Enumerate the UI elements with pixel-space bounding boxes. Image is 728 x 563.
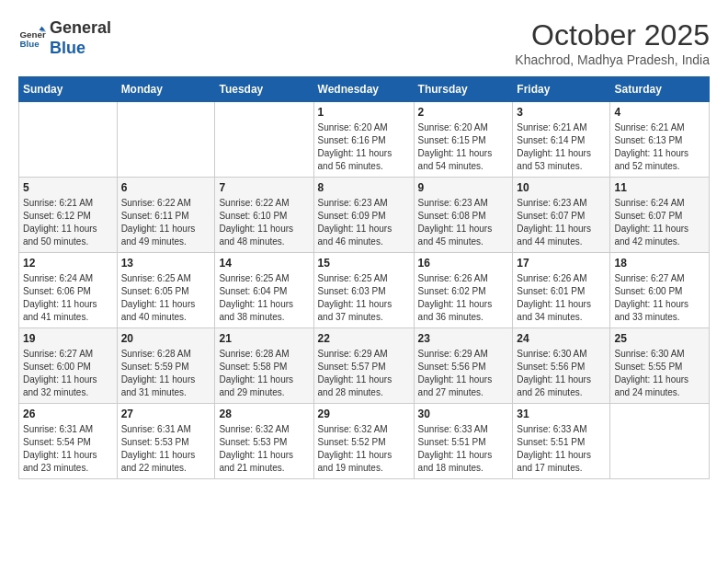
calendar-cell: 14Sunrise: 6:25 AM Sunset: 6:04 PM Dayli… xyxy=(215,253,313,328)
calendar-cell: 29Sunrise: 6:32 AM Sunset: 5:52 PM Dayli… xyxy=(313,404,414,479)
day-number: 29 xyxy=(318,408,410,420)
day-info: Sunrise: 6:22 AM Sunset: 6:11 PM Dayligh… xyxy=(121,197,211,248)
day-number: 17 xyxy=(517,257,606,270)
weekday-header: Friday xyxy=(513,77,610,102)
day-info: Sunrise: 6:20 AM Sunset: 6:15 PM Dayligh… xyxy=(418,121,509,173)
calendar-table: SundayMondayTuesdayWednesdayThursdayFrid… xyxy=(18,76,710,479)
day-number: 5 xyxy=(23,181,113,194)
day-info: Sunrise: 6:28 AM Sunset: 5:59 PM Dayligh… xyxy=(121,348,211,399)
page-header: General Blue General Blue October 2025 K… xyxy=(18,18,710,67)
calendar-cell: 13Sunrise: 6:25 AM Sunset: 6:05 PM Dayli… xyxy=(117,253,215,328)
calendar-cell: 23Sunrise: 6:29 AM Sunset: 5:56 PM Dayli… xyxy=(414,328,513,404)
weekday-header: Tuesday xyxy=(215,77,313,102)
day-info: Sunrise: 6:21 AM Sunset: 6:13 PM Dayligh… xyxy=(614,121,705,173)
calendar-week-row: 12Sunrise: 6:24 AM Sunset: 6:06 PM Dayli… xyxy=(19,253,710,328)
day-number: 28 xyxy=(219,408,309,420)
day-number: 26 xyxy=(23,408,113,420)
day-info: Sunrise: 6:33 AM Sunset: 5:51 PM Dayligh… xyxy=(517,423,606,475)
day-number: 9 xyxy=(418,181,509,194)
day-info: Sunrise: 6:29 AM Sunset: 5:57 PM Dayligh… xyxy=(318,348,410,399)
calendar-cell: 22Sunrise: 6:29 AM Sunset: 5:57 PM Dayli… xyxy=(313,328,414,404)
month-title: October 2025 xyxy=(515,18,710,52)
calendar-cell: 1Sunrise: 6:20 AM Sunset: 6:16 PM Daylig… xyxy=(313,102,414,178)
day-number: 12 xyxy=(23,257,113,270)
calendar-cell: 19Sunrise: 6:27 AM Sunset: 6:00 PM Dayli… xyxy=(19,328,118,404)
calendar-week-row: 19Sunrise: 6:27 AM Sunset: 6:00 PM Dayli… xyxy=(19,328,710,404)
calendar-week-row: 26Sunrise: 6:31 AM Sunset: 5:54 PM Dayli… xyxy=(19,404,710,479)
logo-text: General Blue xyxy=(50,18,111,58)
day-info: Sunrise: 6:24 AM Sunset: 6:06 PM Dayligh… xyxy=(23,272,113,324)
logo: General Blue General Blue xyxy=(18,18,111,58)
calendar-cell: 25Sunrise: 6:30 AM Sunset: 5:55 PM Dayli… xyxy=(610,328,710,404)
calendar-cell: 21Sunrise: 6:28 AM Sunset: 5:58 PM Dayli… xyxy=(215,328,313,404)
day-number: 18 xyxy=(614,257,705,270)
day-info: Sunrise: 6:25 AM Sunset: 6:04 PM Dayligh… xyxy=(219,272,309,324)
day-info: Sunrise: 6:30 AM Sunset: 5:55 PM Dayligh… xyxy=(614,348,705,399)
day-number: 31 xyxy=(517,408,606,420)
calendar-week-row: 5Sunrise: 6:21 AM Sunset: 6:12 PM Daylig… xyxy=(19,178,710,253)
day-info: Sunrise: 6:26 AM Sunset: 6:02 PM Dayligh… xyxy=(418,272,509,324)
day-number: 10 xyxy=(517,181,606,194)
calendar-cell: 30Sunrise: 6:33 AM Sunset: 5:51 PM Dayli… xyxy=(414,404,513,479)
day-number: 24 xyxy=(517,332,606,345)
day-info: Sunrise: 6:31 AM Sunset: 5:53 PM Dayligh… xyxy=(121,423,211,475)
calendar-cell: 12Sunrise: 6:24 AM Sunset: 6:06 PM Dayli… xyxy=(19,253,118,328)
day-number: 3 xyxy=(517,106,606,119)
day-info: Sunrise: 6:23 AM Sunset: 6:08 PM Dayligh… xyxy=(418,197,509,248)
day-info: Sunrise: 6:20 AM Sunset: 6:16 PM Dayligh… xyxy=(318,121,410,173)
day-number: 30 xyxy=(418,408,509,420)
day-info: Sunrise: 6:22 AM Sunset: 6:10 PM Dayligh… xyxy=(219,197,309,248)
day-info: Sunrise: 6:33 AM Sunset: 5:51 PM Dayligh… xyxy=(418,423,509,475)
day-info: Sunrise: 6:29 AM Sunset: 5:56 PM Dayligh… xyxy=(418,348,509,399)
day-info: Sunrise: 6:32 AM Sunset: 5:52 PM Dayligh… xyxy=(318,423,410,475)
calendar-cell xyxy=(19,102,118,178)
calendar-cell: 9Sunrise: 6:23 AM Sunset: 6:08 PM Daylig… xyxy=(414,178,513,253)
day-number: 13 xyxy=(121,257,211,270)
day-info: Sunrise: 6:26 AM Sunset: 6:01 PM Dayligh… xyxy=(517,272,606,324)
day-info: Sunrise: 6:32 AM Sunset: 5:53 PM Dayligh… xyxy=(219,423,309,475)
title-block: October 2025 Khachrod, Madhya Pradesh, I… xyxy=(515,18,710,67)
logo-icon: General Blue xyxy=(18,25,46,52)
day-info: Sunrise: 6:25 AM Sunset: 6:03 PM Dayligh… xyxy=(318,272,410,324)
calendar-cell xyxy=(215,102,313,178)
day-number: 19 xyxy=(23,332,113,345)
calendar-cell: 16Sunrise: 6:26 AM Sunset: 6:02 PM Dayli… xyxy=(414,253,513,328)
day-info: Sunrise: 6:21 AM Sunset: 6:14 PM Dayligh… xyxy=(517,121,606,173)
day-number: 6 xyxy=(121,181,211,194)
calendar-cell: 27Sunrise: 6:31 AM Sunset: 5:53 PM Dayli… xyxy=(117,404,215,479)
day-info: Sunrise: 6:23 AM Sunset: 6:07 PM Dayligh… xyxy=(517,197,606,248)
day-info: Sunrise: 6:25 AM Sunset: 6:05 PM Dayligh… xyxy=(121,272,211,324)
calendar-cell: 8Sunrise: 6:23 AM Sunset: 6:09 PM Daylig… xyxy=(313,178,414,253)
calendar-cell: 28Sunrise: 6:32 AM Sunset: 5:53 PM Dayli… xyxy=(215,404,313,479)
calendar-week-row: 1Sunrise: 6:20 AM Sunset: 6:16 PM Daylig… xyxy=(19,102,710,178)
calendar-cell: 5Sunrise: 6:21 AM Sunset: 6:12 PM Daylig… xyxy=(19,178,118,253)
day-number: 15 xyxy=(318,257,410,270)
calendar-cell: 15Sunrise: 6:25 AM Sunset: 6:03 PM Dayli… xyxy=(313,253,414,328)
weekday-header: Wednesday xyxy=(313,77,414,102)
calendar-cell: 31Sunrise: 6:33 AM Sunset: 5:51 PM Dayli… xyxy=(513,404,610,479)
day-number: 25 xyxy=(614,332,705,345)
day-number: 22 xyxy=(318,332,410,345)
day-number: 4 xyxy=(614,106,705,119)
logo-line2: Blue xyxy=(50,39,85,57)
day-info: Sunrise: 6:27 AM Sunset: 6:00 PM Dayligh… xyxy=(614,272,705,324)
svg-text:Blue: Blue xyxy=(20,39,40,49)
weekday-header: Monday xyxy=(117,77,215,102)
logo-line1: General xyxy=(50,18,111,37)
day-number: 14 xyxy=(219,257,309,270)
day-info: Sunrise: 6:24 AM Sunset: 6:07 PM Dayligh… xyxy=(614,197,705,248)
day-number: 1 xyxy=(318,106,410,119)
calendar-cell: 24Sunrise: 6:30 AM Sunset: 5:56 PM Dayli… xyxy=(513,328,610,404)
day-number: 7 xyxy=(219,181,309,194)
day-number: 2 xyxy=(418,106,509,119)
calendar-cell: 26Sunrise: 6:31 AM Sunset: 5:54 PM Dayli… xyxy=(19,404,118,479)
calendar-cell: 20Sunrise: 6:28 AM Sunset: 5:59 PM Dayli… xyxy=(117,328,215,404)
day-info: Sunrise: 6:21 AM Sunset: 6:12 PM Dayligh… xyxy=(23,197,113,248)
day-number: 27 xyxy=(121,408,211,420)
day-number: 21 xyxy=(219,332,309,345)
calendar-cell: 11Sunrise: 6:24 AM Sunset: 6:07 PM Dayli… xyxy=(610,178,710,253)
day-info: Sunrise: 6:28 AM Sunset: 5:58 PM Dayligh… xyxy=(219,348,309,399)
weekday-header: Thursday xyxy=(414,77,513,102)
weekday-header: Saturday xyxy=(610,77,710,102)
calendar-cell: 10Sunrise: 6:23 AM Sunset: 6:07 PM Dayli… xyxy=(513,178,610,253)
